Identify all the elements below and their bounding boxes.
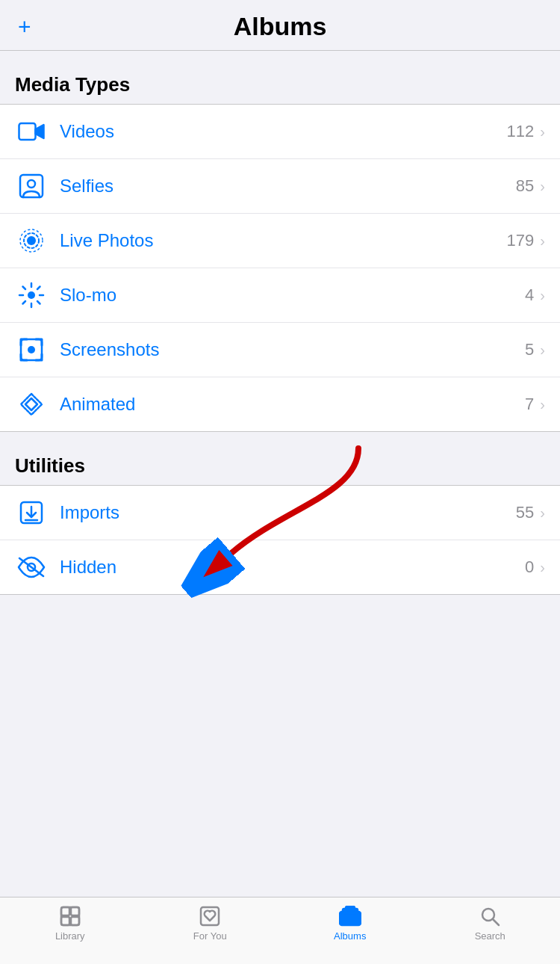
list-item-videos[interactable]: Videos 112 › [0,105,560,159]
tab-search[interactable]: Search [420,905,561,942]
utilities-section: Utilities Imports 55 › [0,454,560,595]
live-photos-chevron: › [540,232,545,250]
hidden-chevron: › [540,559,545,576]
svg-marker-18 [21,394,42,415]
screenshots-label: Screenshots [60,339,525,360]
videos-label: Videos [60,121,507,142]
screenshots-count: 5 [525,340,534,359]
svg-rect-34 [346,906,355,910]
tab-library[interactable]: Library [0,905,140,942]
svg-rect-0 [19,123,36,140]
slomo-icon [15,279,48,312]
animated-label: Animated [60,394,525,415]
svg-rect-31 [201,907,219,925]
svg-marker-19 [25,398,37,410]
imports-count: 55 [516,503,534,522]
videos-chevron: › [540,123,545,140]
list-item-live-photos[interactable]: Live Photos 179 › [0,214,560,268]
animated-icon [15,388,48,421]
add-album-button[interactable]: + [18,14,31,40]
animated-count: 7 [525,395,534,414]
svg-point-3 [28,180,35,188]
tab-for-you[interactable]: For You [140,905,281,942]
for-you-tab-icon [199,905,221,927]
search-tab-icon [479,905,501,927]
for-you-tab-label: For You [193,930,227,942]
svg-line-13 [37,301,40,304]
list-item-imports[interactable]: Imports 55 › [0,486,560,540]
media-types-section: Media Types Videos 112 › [0,73,560,432]
svg-point-17 [28,346,35,353]
hidden-icon [15,551,48,584]
list-item-animated[interactable]: Animated 7 › [0,377,560,431]
svg-line-12 [23,287,26,290]
selfies-label: Selfies [60,176,516,197]
svg-point-4 [27,236,36,245]
hidden-count: 0 [525,557,534,577]
utilities-heading: Utilities [0,454,560,485]
svg-marker-1 [36,125,44,138]
imports-label: Imports [60,502,516,523]
live-photo-icon [15,224,48,257]
media-types-heading: Media Types [0,73,560,104]
list-item-hidden[interactable]: Hidden 0 › [0,540,560,594]
slo-mo-label: Slo-mo [60,285,525,306]
live-photos-label: Live Photos [60,230,507,251]
svg-point-7 [28,291,35,299]
page-title: Albums [234,12,327,41]
hidden-label: Hidden [60,557,525,578]
slo-mo-chevron: › [540,287,545,304]
list-item-screenshots[interactable]: Screenshots 5 › [0,323,560,377]
videos-count: 112 [507,122,535,141]
screenshots-chevron: › [540,342,545,359]
imports-chevron: › [540,504,545,522]
screenshot-icon [15,333,48,366]
svg-line-14 [37,287,40,290]
albums-tab-label: Albums [334,930,366,942]
selfies-chevron: › [540,178,545,195]
video-icon [15,115,48,148]
albums-tab-icon [339,905,361,927]
selfies-count: 85 [516,176,534,196]
tab-bar: Library For You Albums [0,897,560,964]
selfie-icon [15,170,48,203]
animated-chevron: › [540,396,545,413]
list-item-selfies[interactable]: Selfies 85 › [0,159,560,214]
utilities-list: Imports 55 › Hidden 0 › [0,485,560,595]
navigation-header: + Albums [0,0,560,51]
search-tab-label: Search [475,930,505,942]
imports-icon [15,496,48,529]
library-tab-icon [59,905,81,927]
live-photos-count: 179 [507,231,535,250]
slo-mo-count: 4 [525,285,534,305]
tab-albums[interactable]: Albums [280,905,420,942]
svg-line-36 [493,919,499,925]
list-item-slo-mo[interactable]: Slo-mo 4 › [0,268,560,323]
scroll-content: Media Types Videos 112 › [0,73,560,662]
svg-line-15 [23,301,26,304]
library-tab-label: Library [55,930,85,942]
media-types-list: Videos 112 › Selfies 85 › [0,104,560,432]
